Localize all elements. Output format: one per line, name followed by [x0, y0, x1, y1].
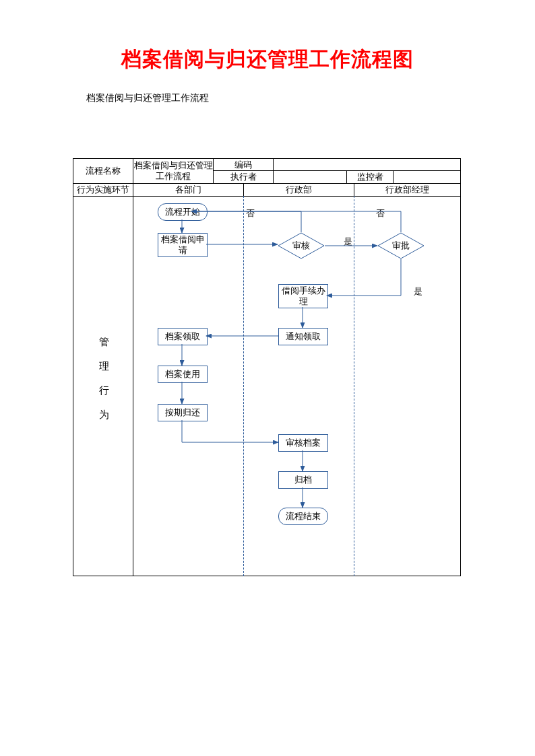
node-apply: 档案借阅申请	[158, 233, 208, 257]
lane-sep-solid	[133, 196, 133, 576]
hdr-name-label: 流程名称	[73, 158, 133, 184]
label-yes-review: 是	[344, 236, 352, 248]
node-review: 审核	[278, 232, 325, 259]
row-label-line: 行	[99, 378, 109, 403]
hdr-code-label: 编码	[213, 158, 274, 171]
node-file: 归档	[278, 471, 328, 489]
hdr-code-value	[273, 158, 347, 171]
node-notify: 通知领取	[278, 328, 328, 345]
lane-title-manager: 行政部经理	[354, 183, 461, 197]
lane-sep-dashed-2	[354, 196, 354, 576]
node-end: 流程结束	[278, 508, 328, 525]
node-use: 档案使用	[158, 366, 208, 383]
node-return: 按期归还	[158, 404, 208, 421]
row-label-line: 理	[99, 354, 109, 378]
node-approve-label: 审批	[392, 240, 410, 252]
node-start: 流程开始	[158, 203, 208, 221]
hdr-exec-label: 执行者	[213, 170, 274, 184]
hdr-name-value: 档案借阅与归还管理工作流程	[133, 158, 214, 184]
hdr-exec-value	[273, 170, 347, 184]
hdr-mon-value	[393, 170, 461, 184]
lane-title-admin: 行政部	[243, 183, 354, 197]
page-title: 档案借阅与归还管理工作流程图	[0, 0, 535, 73]
node-approve: 审批	[377, 232, 424, 259]
hdr-mon-label: 监控者	[346, 170, 394, 184]
row-label-line: 为	[99, 403, 109, 427]
row-label-line: 管	[99, 330, 109, 354]
hdr-step-label: 行为实施环节	[73, 183, 133, 197]
page-subtitle: 档案借阅与归还管理工作流程	[86, 92, 535, 104]
label-no-approve: 否	[376, 207, 385, 219]
lane-title-dept: 各部门	[133, 183, 244, 197]
hdr-code-value2	[346, 158, 461, 171]
node-review-label: 审核	[292, 240, 310, 252]
node-check: 审核档案	[278, 434, 328, 452]
label-no-review: 否	[246, 207, 255, 219]
label-yes-approve: 是	[414, 285, 422, 298]
lane-sep-dashed-1	[243, 196, 244, 576]
row-label: 管 理 行 为	[99, 330, 109, 427]
node-pickup: 档案领取	[158, 328, 208, 345]
node-procedure: 借阅手续办理	[278, 284, 328, 308]
